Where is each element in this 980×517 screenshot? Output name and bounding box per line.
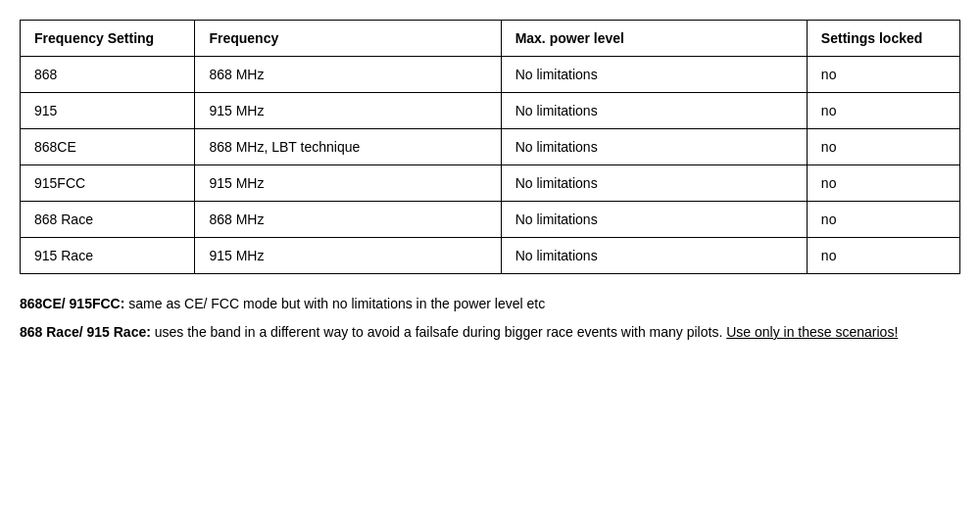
notes-section: 868CE/ 915FCC: same as CE/ FCC mode but …: [20, 294, 960, 343]
note-race-text: uses the band in a different way to avoi…: [155, 324, 726, 340]
cell-freq-setting: 868CE: [21, 129, 195, 165]
cell-settings-locked: no: [807, 165, 959, 202]
note-race-bold: 868 Race/ 915 Race:: [20, 324, 151, 340]
table-row: 915 Race915 MHzNo limitationsno: [21, 238, 960, 274]
note-868ce-text: same as CE/ FCC mode but with no limitat…: [128, 296, 545, 311]
table-row: 915FCC915 MHzNo limitationsno: [21, 165, 960, 202]
cell-settings-locked: no: [807, 93, 959, 129]
note-868ce: 868CE/ 915FCC: same as CE/ FCC mode but …: [20, 294, 960, 314]
note-868ce-bold: 868CE/ 915FCC:: [20, 296, 124, 311]
cell-settings-locked: no: [807, 202, 959, 238]
table-row: 868CE868 MHz, LBT techniqueNo limitation…: [21, 129, 960, 165]
cell-frequency: 868 MHz: [195, 57, 501, 93]
cell-freq-setting: 915: [21, 93, 195, 129]
table-row: 868868 MHzNo limitationsno: [21, 57, 960, 93]
cell-frequency: 915 MHz: [195, 165, 501, 202]
cell-frequency: 915 MHz: [195, 238, 501, 274]
cell-max-power: No limitations: [501, 129, 807, 165]
cell-frequency: 915 MHz: [195, 93, 501, 129]
cell-frequency: 868 MHz: [195, 202, 501, 238]
frequency-table: Frequency Setting Frequency Max. power l…: [20, 20, 960, 274]
cell-freq-setting: 915 Race: [21, 238, 195, 274]
col-header-freq-setting: Frequency Setting: [21, 21, 195, 57]
cell-max-power: No limitations: [501, 238, 807, 274]
main-container: Frequency Setting Frequency Max. power l…: [20, 20, 960, 343]
col-header-max-power: Max. power level: [501, 21, 807, 57]
cell-freq-setting: 868 Race: [21, 202, 195, 238]
cell-settings-locked: no: [807, 238, 959, 274]
note-race: 868 Race/ 915 Race: uses the band in a d…: [20, 322, 960, 343]
table-header-row: Frequency Setting Frequency Max. power l…: [21, 21, 960, 57]
cell-settings-locked: no: [807, 57, 959, 93]
cell-max-power: No limitations: [501, 202, 807, 238]
cell-freq-setting: 868: [21, 57, 195, 93]
cell-freq-setting: 915FCC: [21, 165, 195, 202]
cell-max-power: No limitations: [501, 165, 807, 202]
cell-max-power: No limitations: [501, 93, 807, 129]
table-row: 915915 MHzNo limitationsno: [21, 93, 960, 129]
cell-max-power: No limitations: [501, 57, 807, 93]
col-header-settings-locked: Settings locked: [807, 21, 959, 57]
cell-frequency: 868 MHz, LBT technique: [195, 129, 501, 165]
table-row: 868 Race868 MHzNo limitationsno: [21, 202, 960, 238]
col-header-frequency: Frequency: [195, 21, 501, 57]
note-race-underline: Use only in these scenarios!: [726, 324, 898, 340]
cell-settings-locked: no: [807, 129, 959, 165]
